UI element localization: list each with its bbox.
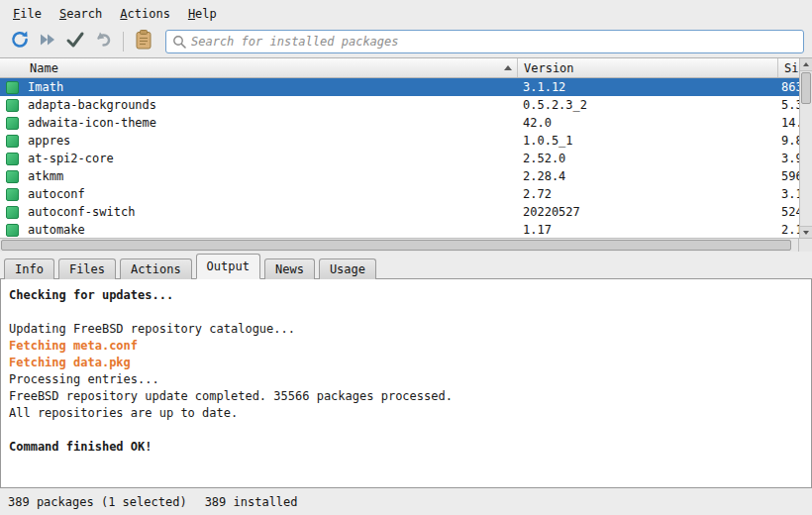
package-name: autoconf-switch [28, 203, 135, 221]
search-icon [172, 35, 186, 49]
package-name: Imath [28, 78, 63, 96]
package-version: 1.17 [517, 221, 777, 239]
column-label: Name [30, 61, 58, 75]
package-installed-icon [6, 99, 19, 112]
package-version: 42.0 [517, 114, 777, 132]
package-version: 2.72 [517, 185, 777, 203]
package-version: 1.0.5_1 [517, 132, 777, 150]
menu-search[interactable]: Search [51, 2, 111, 26]
table-row[interactable]: adapta-backgrounds 0.5.2.3_2 5.3 [0, 96, 799, 114]
table-row[interactable]: automake 1.17 2.1 [0, 221, 799, 239]
statusbar: 389 packages (1 selected) 389 installed [0, 488, 812, 515]
package-size: 2.1 [777, 221, 799, 239]
package-table: Name Version Size Imath 3.1.12 863 adapt… [0, 57, 812, 252]
package-installed-icon [6, 170, 19, 183]
search-input[interactable] [191, 35, 797, 49]
table-body: Imath 3.1.12 863 adapta-backgrounds 0.5.… [0, 78, 799, 239]
output-line: Fetching data.pkg [9, 355, 803, 371]
package-installed-icon [6, 135, 19, 148]
output-line: Processing entries... [9, 371, 803, 388]
package-installed-icon [6, 206, 19, 219]
news-button[interactable] [130, 29, 157, 54]
table-row[interactable]: appres 1.0.5_1 9.8 [0, 132, 799, 150]
menu-help[interactable]: Help [179, 2, 226, 26]
package-name: adwaita-icon-theme [28, 114, 156, 132]
package-manager-window: File Search Actions Help [0, 0, 812, 515]
check-updates-button[interactable] [6, 29, 34, 54]
package-size: 524 [777, 203, 799, 221]
sort-ascending-icon [504, 65, 512, 70]
menubar: File Search Actions Help [0, 0, 812, 27]
menu-actions[interactable]: Actions [111, 2, 179, 26]
commit-button[interactable] [61, 29, 89, 54]
horizontal-scrollbar-thumb[interactable] [1, 240, 791, 251]
output-line: FreeBSD repository update completed. 355… [9, 388, 803, 405]
undo-icon [92, 29, 114, 53]
menu-file[interactable]: File [4, 2, 51, 26]
package-name: autoconf [28, 185, 85, 203]
tab-news[interactable]: News [264, 258, 315, 279]
package-installed-icon [6, 153, 19, 165]
package-size: 3.1 [777, 185, 799, 203]
detail-tabbar: Info Files Actions Output News Usage [0, 252, 812, 278]
clipboard-icon [133, 29, 154, 53]
scroll-up-button[interactable] [800, 58, 812, 71]
fast-forward-icon [37, 29, 58, 53]
output-line: Checking for updates... [9, 287, 803, 304]
package-version: 2.28.4 [517, 167, 777, 185]
package-version: 0.5.2.3_2 [517, 96, 777, 114]
check-icon [64, 29, 86, 53]
system-upgrade-button[interactable] [34, 29, 61, 54]
vertical-scrollbar[interactable] [799, 58, 812, 239]
package-size: 5.3 [777, 96, 799, 114]
tab-usage[interactable]: Usage [319, 258, 376, 279]
package-installed-icon [6, 188, 19, 201]
status-packages-count: 389 packages (1 selected) [8, 495, 187, 509]
table-header: Name Version Size [0, 58, 812, 78]
output-line: Fetching meta.conf [9, 338, 803, 355]
package-installed-icon [6, 224, 19, 237]
toolbar-separator [123, 32, 124, 52]
package-version: 2.52.0 [517, 150, 777, 167]
arrow-down-icon [803, 231, 809, 235]
package-size: 863 [777, 78, 799, 96]
package-name: adapta-backgrounds [28, 96, 156, 114]
column-label: Version [524, 61, 574, 75]
table-row[interactable]: autoconf 2.72 3.1 [0, 185, 799, 203]
package-name: atkmm [28, 167, 63, 185]
scrollbar-corner [798, 238, 812, 252]
output-line: All repositories are up to date. [9, 405, 803, 422]
tab-files[interactable]: Files [58, 258, 116, 279]
package-size: 14. [777, 114, 799, 132]
output-line [9, 304, 803, 321]
status-installed-count: 389 installed [205, 495, 298, 509]
column-header-version[interactable]: Version [517, 58, 777, 77]
package-installed-icon [6, 117, 19, 130]
table-row[interactable]: atkmm 2.28.4 596 [0, 167, 799, 185]
package-name: at-spi2-core [28, 150, 114, 167]
table-row[interactable]: autoconf-switch 20220527 524 [0, 203, 799, 221]
table-row[interactable]: adwaita-icon-theme 42.0 14. [0, 114, 799, 132]
package-size: 596 [777, 167, 799, 185]
toolbar [0, 27, 812, 57]
table-row[interactable]: at-spi2-core 2.52.0 3.9 [0, 150, 799, 167]
tab-actions[interactable]: Actions [120, 258, 192, 279]
package-name: automake [28, 221, 85, 239]
package-version: 20220527 [517, 203, 777, 221]
refresh-icon [9, 29, 31, 53]
output-line: Command finished OK! [9, 439, 803, 456]
arrow-up-icon [803, 62, 809, 66]
package-size: 3.9 [777, 150, 799, 167]
output-pane: Checking for updates... Updating FreeBSD… [0, 278, 812, 488]
tab-info[interactable]: Info [4, 258, 54, 279]
horizontal-scrollbar[interactable] [0, 238, 798, 252]
package-version: 3.1.12 [517, 78, 777, 96]
tab-output[interactable]: Output [196, 254, 260, 279]
vertical-scrollbar-thumb[interactable] [801, 72, 811, 104]
search-box [165, 30, 804, 53]
package-installed-icon [6, 81, 19, 94]
rollback-button[interactable] [89, 29, 117, 54]
output-line [9, 422, 803, 439]
table-row[interactable]: Imath 3.1.12 863 [0, 78, 799, 96]
column-header-name[interactable]: Name [0, 58, 517, 77]
